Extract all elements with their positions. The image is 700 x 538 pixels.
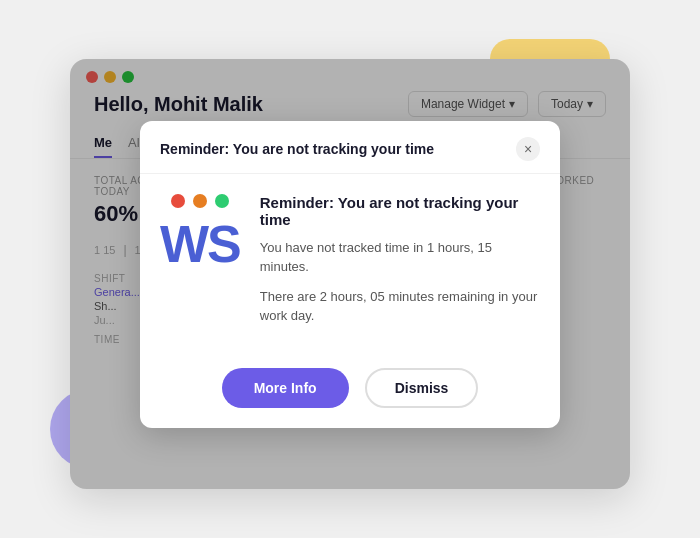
modal-dot-red bbox=[171, 194, 185, 208]
modal-header: Reminder: You are not tracking your time… bbox=[140, 121, 560, 174]
modal-title: Reminder: You are not tracking your time bbox=[160, 141, 434, 157]
modal-content-text1: You have not tracked time in 1 hours, 15… bbox=[260, 238, 540, 277]
modal-close-button[interactable]: × bbox=[516, 137, 540, 161]
modal-content-title: Reminder: You are not tracking your time bbox=[260, 194, 540, 228]
modal-dots bbox=[171, 194, 229, 208]
modal-ws-logo: WS bbox=[160, 218, 240, 270]
close-icon: × bbox=[524, 141, 532, 157]
modal-content: Reminder: You are not tracking your time… bbox=[260, 194, 540, 336]
reminder-modal: Reminder: You are not tracking your time… bbox=[140, 121, 560, 428]
modal-body: WS Reminder: You are not tracking your t… bbox=[140, 174, 560, 356]
modal-dot-green bbox=[215, 194, 229, 208]
modal-content-text2: There are 2 hours, 05 minutes remaining … bbox=[260, 287, 540, 326]
app-window: Hello, Mohit Malik Manage Widget ▾ Today… bbox=[70, 59, 630, 489]
modal-footer: More Info Dismiss bbox=[140, 356, 560, 428]
more-info-button[interactable]: More Info bbox=[222, 368, 349, 408]
dismiss-button[interactable]: Dismiss bbox=[365, 368, 479, 408]
modal-logo-area: WS bbox=[160, 194, 240, 270]
modal-dot-orange bbox=[193, 194, 207, 208]
modal-overlay: Reminder: You are not tracking your time… bbox=[70, 59, 630, 489]
